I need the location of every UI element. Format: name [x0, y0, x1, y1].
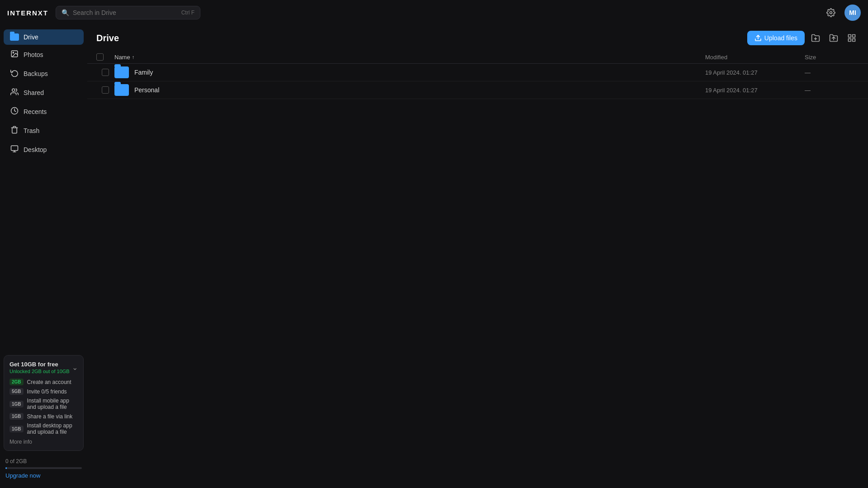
- promo-task-2: 1GB Install mobile app and upload a file: [9, 398, 78, 410]
- sidebar-item-trash[interactable]: Trash: [4, 122, 84, 140]
- promo-title: Get 10GB for free: [9, 361, 70, 368]
- task-badge-3: 1GB: [9, 413, 24, 420]
- cell-date-1: 19 April 2024. 01:27: [705, 87, 805, 94]
- folder-cell-1: Personal: [114, 84, 705, 96]
- task-badge-0: 2GB: [9, 379, 24, 385]
- table-row[interactable]: Personal 19 April 2024. 01:27 —: [87, 81, 868, 99]
- sidebar-item-shared-label: Shared: [24, 89, 44, 96]
- topbar-right: MI: [823, 5, 861, 21]
- promo-task-1: 5GB Invite 0/5 friends: [9, 388, 78, 395]
- row-select-checkbox-0[interactable]: [102, 69, 109, 76]
- select-all-checkbox[interactable]: [96, 53, 104, 61]
- promo-collapse-button[interactable]: ⌄: [72, 363, 78, 372]
- sidebar-item-shared[interactable]: Shared: [4, 84, 84, 102]
- promo-tasks: 2GB Create an account 5GB Invite 0/5 fri…: [9, 379, 78, 435]
- task-label-0: Create an account: [27, 379, 71, 385]
- photos-icon: [10, 50, 19, 60]
- new-folder-button[interactable]: [808, 31, 823, 45]
- header-actions: Upload files: [747, 31, 859, 45]
- upgrade-button[interactable]: Upgrade now: [5, 472, 40, 479]
- promo-header: Get 10GB for free Unlocked 2GB out of 10…: [9, 361, 78, 374]
- svg-rect-13: [853, 35, 855, 38]
- sidebar-bottom: Get 10GB for free Unlocked 2GB out of 10…: [0, 351, 87, 484]
- row-select-checkbox-1[interactable]: [102, 86, 109, 94]
- svg-rect-14: [849, 39, 851, 42]
- row-checkbox-1: [96, 86, 114, 94]
- search-icon: 🔍: [62, 9, 69, 16]
- upload-files-label: Upload files: [764, 34, 797, 42]
- shared-icon: [10, 88, 19, 98]
- more-info-link[interactable]: More info: [9, 439, 78, 445]
- promo-task-4: 1GB Install desktop app and upload a fil…: [9, 422, 78, 435]
- file-table: Name ↑ Modified Size Family 19 April 202…: [87, 51, 868, 488]
- header-name[interactable]: Name ↑: [114, 54, 705, 61]
- storage-bar-fill: [5, 467, 7, 469]
- promo-subtitle: Unlocked 2GB out of 10GB: [9, 369, 70, 374]
- avatar[interactable]: MI: [844, 5, 861, 21]
- task-label-3: Share a file via link: [27, 413, 73, 420]
- folder-name-0: Family: [134, 69, 153, 76]
- app-logo: INTERNXT: [7, 9, 48, 17]
- cell-date-0: 19 April 2024. 01:27: [705, 69, 805, 76]
- cell-size-0: —: [805, 69, 859, 76]
- header-checkbox-cell: [96, 53, 114, 61]
- sidebar-item-drive[interactable]: Drive: [4, 29, 84, 45]
- search-input[interactable]: [73, 9, 168, 16]
- backups-icon: [10, 69, 19, 79]
- sidebar-item-trash-label: Trash: [24, 127, 39, 134]
- table-header: Name ↑ Modified Size: [87, 51, 868, 64]
- storage-panel: 0 of 2GB Upgrade now: [4, 455, 84, 481]
- sort-arrow: ↑: [132, 54, 135, 60]
- svg-rect-5: [11, 146, 18, 151]
- row-checkbox-0: [96, 69, 114, 76]
- recents-icon: [10, 107, 19, 117]
- sidebar-item-backups[interactable]: Backups: [4, 65, 84, 83]
- main-layout: Drive Photos Backups: [0, 25, 868, 488]
- sidebar-item-photos-label: Photos: [24, 51, 43, 58]
- header-size: Size: [805, 54, 859, 61]
- grid-view-button[interactable]: [844, 31, 859, 45]
- storage-label: 0 of 2GB: [5, 458, 82, 464]
- upload-folder-button[interactable]: [826, 31, 841, 45]
- search-bar[interactable]: 🔍 Ctrl F: [56, 6, 200, 19]
- folder-cell-0: Family: [114, 66, 705, 78]
- task-badge-2: 1GB: [9, 401, 24, 407]
- task-badge-4: 1GB: [9, 426, 24, 432]
- cell-size-1: —: [805, 87, 859, 94]
- svg-point-3: [12, 89, 15, 91]
- sidebar-item-desktop-label: Desktop: [24, 146, 47, 153]
- folder-icon-1: [114, 84, 129, 96]
- trash-icon: [10, 126, 19, 136]
- sidebar-item-backups-label: Backups: [24, 70, 48, 77]
- sidebar-item-desktop[interactable]: Desktop: [4, 141, 84, 159]
- sidebar-item-recents[interactable]: Recents: [4, 103, 84, 121]
- folder-name-1: Personal: [134, 86, 159, 94]
- svg-point-0: [830, 12, 832, 14]
- sidebar-item-recents-label: Recents: [24, 108, 47, 115]
- folder-icon-0: [114, 66, 129, 78]
- svg-rect-15: [853, 39, 855, 42]
- settings-button[interactable]: [823, 5, 839, 21]
- promo-panel: Get 10GB for free Unlocked 2GB out of 10…: [4, 355, 84, 451]
- task-badge-1: 5GB: [9, 388, 24, 395]
- task-label-2: Install mobile app and upload a file: [27, 398, 78, 410]
- upload-files-button[interactable]: Upload files: [747, 31, 805, 45]
- drive-icon: [10, 33, 19, 41]
- promo-task-0: 2GB Create an account: [9, 379, 78, 385]
- promo-task-3: 1GB Share a file via link: [9, 413, 78, 420]
- sidebar-item-photos[interactable]: Photos: [4, 46, 84, 64]
- svg-rect-12: [849, 35, 851, 38]
- topbar: INTERNXT 🔍 Ctrl F MI: [0, 0, 868, 25]
- sidebar-item-drive-label: Drive: [24, 33, 38, 41]
- search-shortcut: Ctrl F: [181, 9, 194, 16]
- svg-point-2: [13, 52, 14, 53]
- page-title: Drive: [96, 33, 119, 43]
- content-area: Drive Upload files: [87, 25, 868, 488]
- table-row[interactable]: Family 19 April 2024. 01:27 —: [87, 64, 868, 81]
- task-label-4: Install desktop app and upload a file: [27, 422, 78, 435]
- sidebar: Drive Photos Backups: [0, 25, 87, 488]
- desktop-icon: [10, 145, 19, 155]
- storage-bar: [5, 467, 82, 469]
- content-header: Drive Upload files: [87, 25, 868, 51]
- header-modified: Modified: [705, 54, 805, 61]
